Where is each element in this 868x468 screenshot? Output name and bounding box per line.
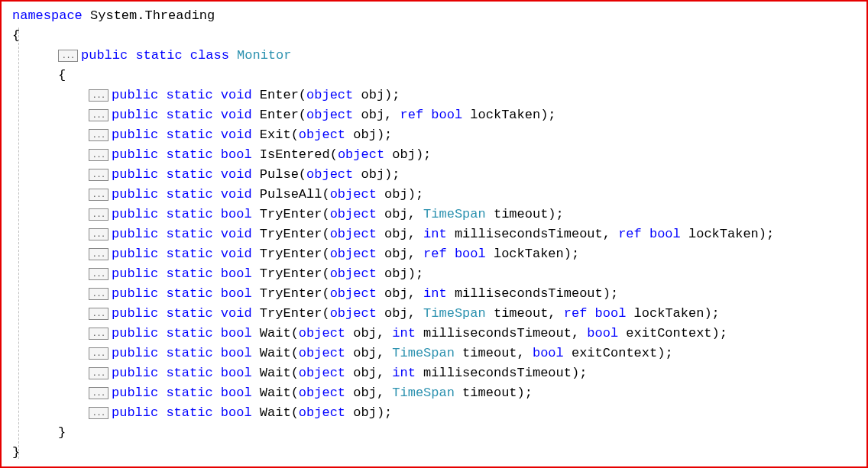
method-name: Enter( xyxy=(260,86,306,105)
method-modifiers: public static void xyxy=(112,185,260,205)
collapse-icon[interactable]: ... xyxy=(89,288,108,300)
param-keyword: int xyxy=(423,224,447,244)
class-modifiers: public static class xyxy=(81,46,237,66)
method-name: TryEnter( xyxy=(260,284,330,304)
method-modifiers: public static bool xyxy=(112,205,260,224)
method-name: Pulse( xyxy=(260,165,306,185)
method-line: ...public static void TryEnter(object ob… xyxy=(12,304,859,324)
param-keyword: ref bool xyxy=(423,244,486,264)
method-name: Wait( xyxy=(260,324,299,344)
method-line: ...public static void Exit(object obj); xyxy=(12,125,859,145)
method-end: ); xyxy=(377,125,392,145)
collapse-icon[interactable]: ... xyxy=(89,228,108,240)
param-text: obj, xyxy=(345,363,392,383)
param-keyword: object xyxy=(330,185,377,205)
param-text: obj, xyxy=(345,324,392,344)
method-line: ...public static bool Wait(object obj, i… xyxy=(12,363,859,383)
collapse-icon[interactable]: ... xyxy=(89,149,108,161)
param-text: lockTaken xyxy=(626,304,704,324)
param-text: millisecondsTimeout xyxy=(416,363,572,383)
class-line: ... public static class Monitor xyxy=(12,46,859,66)
collapse-icon[interactable]: ... xyxy=(89,109,108,121)
collapse-icon[interactable]: ... xyxy=(89,89,108,102)
param-keyword: object xyxy=(306,105,353,125)
param-keyword: object xyxy=(299,324,345,344)
param-text: obj, xyxy=(377,244,423,264)
param-text: timeout, xyxy=(455,344,533,363)
param-text: obj xyxy=(384,145,416,165)
param-text: obj, xyxy=(353,105,400,125)
param-keyword: ref bool xyxy=(564,304,627,324)
method-modifiers: public static void xyxy=(112,224,260,244)
method-name: Wait( xyxy=(260,383,299,403)
indent-guide xyxy=(18,27,19,459)
namespace-name: System.Threading xyxy=(83,6,215,26)
method-modifiers: public static void xyxy=(112,125,260,145)
param-keyword: object xyxy=(299,363,345,383)
collapse-icon[interactable]: ... xyxy=(89,387,108,399)
collapse-icon[interactable]: ... xyxy=(89,328,108,340)
param-type: TimeSpan xyxy=(423,205,486,224)
collapse-icon[interactable]: ... xyxy=(89,248,108,260)
param-text: lockTaken xyxy=(486,244,564,264)
method-name: TryEnter( xyxy=(260,264,330,284)
method-end: ); xyxy=(657,344,672,363)
param-keyword: object xyxy=(306,165,353,185)
param-text: lockTaken xyxy=(462,105,540,125)
method-end: ); xyxy=(572,363,587,383)
collapse-icon[interactable]: ... xyxy=(89,308,108,320)
param-type: TimeSpan xyxy=(392,383,455,403)
collapse-icon[interactable]: ... xyxy=(89,367,108,379)
method-modifiers: public static void xyxy=(112,86,260,105)
param-text: obj, xyxy=(377,205,423,224)
method-line: ...public static void Enter(object obj); xyxy=(12,86,859,105)
method-modifiers: public static bool xyxy=(112,264,260,284)
method-end: ); xyxy=(603,284,618,304)
param-text: obj xyxy=(353,165,384,185)
param-text: timeout xyxy=(455,383,517,403)
method-line: ...public static bool Wait(object obj, T… xyxy=(12,383,859,403)
param-text: obj, xyxy=(377,304,423,324)
param-text: obj, xyxy=(377,284,423,304)
param-text: obj xyxy=(353,86,384,105)
method-name: Exit( xyxy=(260,125,299,145)
param-keyword: object xyxy=(299,344,345,363)
collapse-icon[interactable]: ... xyxy=(89,129,108,141)
method-end: ); xyxy=(540,105,555,125)
param-keyword: object xyxy=(330,264,377,284)
method-line: ...public static bool Wait(object obj); xyxy=(12,403,859,423)
collapse-icon[interactable]: ... xyxy=(89,189,108,201)
method-modifiers: public static bool xyxy=(112,284,260,304)
param-text: obj xyxy=(345,125,377,145)
method-name: PulseAll( xyxy=(260,185,330,205)
param-text: millisecondsTimeout xyxy=(447,284,603,304)
param-text: exitContext xyxy=(618,324,711,344)
param-keyword: bool xyxy=(533,344,564,363)
param-text: obj xyxy=(377,264,408,284)
method-modifiers: public static bool xyxy=(112,363,260,383)
collapse-icon[interactable]: ... xyxy=(89,407,108,419)
method-name: IsEntered( xyxy=(260,145,338,165)
method-end: ); xyxy=(384,86,400,105)
method-modifiers: public static void xyxy=(112,165,260,185)
method-end: ); xyxy=(408,185,423,205)
method-end: ); xyxy=(377,403,392,423)
brace-close-ns: } xyxy=(12,443,859,463)
param-text: millisecondsTimeout, xyxy=(447,224,618,244)
method-line: ...public static bool TryEnter(object ob… xyxy=(12,264,859,284)
param-keyword: int xyxy=(392,363,416,383)
method-end: ); xyxy=(548,205,563,224)
method-line: ...public static void TryEnter(object ob… xyxy=(12,224,859,244)
param-text: obj xyxy=(345,403,377,423)
method-line: ...public static void Enter(object obj, … xyxy=(12,105,859,125)
param-keyword: object xyxy=(299,403,345,423)
keyword-namespace: namespace xyxy=(12,6,83,26)
collapse-icon[interactable]: ... xyxy=(89,347,108,360)
method-line: ...public static void TryEnter(object ob… xyxy=(12,244,859,264)
method-modifiers: public static bool xyxy=(112,324,260,344)
collapse-icon[interactable]: ... xyxy=(89,169,108,181)
collapse-icon[interactable]: ... xyxy=(58,50,78,62)
collapse-icon[interactable]: ... xyxy=(89,208,108,221)
param-keyword: int xyxy=(423,284,447,304)
collapse-icon[interactable]: ... xyxy=(89,268,108,280)
